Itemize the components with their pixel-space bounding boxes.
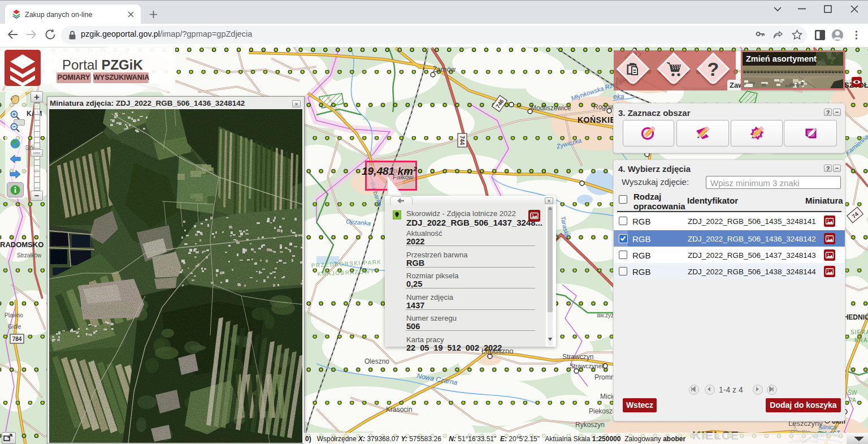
svg-text:Strzałków: Strzałków (17, 252, 42, 258)
svg-text:Strawczynek: Strawczynek (570, 363, 605, 369)
svg-text:KOŃSKIE: KOŃSKIE (578, 115, 615, 124)
svg-text:SIERA: SIERA (850, 329, 868, 335)
svg-text:KRA: KRA (854, 337, 868, 343)
svg-text:Strawczyn: Strawczyn (562, 353, 593, 361)
svg-text:Rykoszyn: Rykoszyn (575, 421, 605, 429)
svg-text:eka: eka (613, 93, 624, 101)
svg-text:Krasocin: Krasocin (386, 406, 413, 413)
svg-text:Gidle: Gidle (8, 324, 21, 330)
svg-text:Rogów: Rogów (593, 103, 615, 111)
svg-text:Oleszno: Oleszno (364, 357, 389, 365)
svg-text:Modliszewice: Modliszewice (531, 104, 571, 112)
svg-text:Żarnów: Żarnów (433, 66, 455, 74)
svg-text:ŚW: ŚW (848, 389, 857, 396)
svg-text:784: 784 (12, 336, 22, 342)
svg-text:RADOMSKO: RADOMSKO (0, 240, 44, 249)
svg-text:Plawno: Plawno (5, 312, 23, 318)
svg-text:744: 744 (459, 136, 465, 145)
svg-text:PA: PA (849, 397, 856, 403)
